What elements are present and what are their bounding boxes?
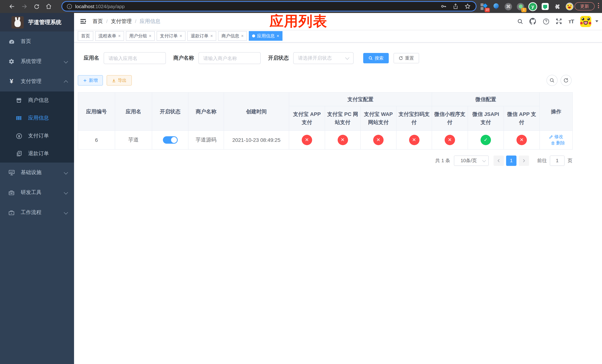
user-avatar[interactable] bbox=[580, 16, 591, 27]
breadcrumb-home[interactable]: 首页 bbox=[93, 18, 103, 25]
toolbox-icon bbox=[7, 190, 16, 195]
delete-link[interactable]: 删除 bbox=[551, 140, 565, 146]
close-icon[interactable]: × bbox=[241, 34, 244, 38]
tag-home[interactable]: 首页 bbox=[78, 31, 93, 41]
group-alipay-config: 支付宝配置 bbox=[289, 92, 432, 106]
sidebar-item-refund-orders[interactable]: 退款订单 bbox=[0, 145, 74, 162]
wx-app-status-icon[interactable]: ✕ bbox=[516, 135, 527, 145]
col-alipay-pc: 支付宝 PC 网站支付 bbox=[325, 106, 360, 130]
close-icon[interactable]: × bbox=[180, 34, 182, 38]
font-size-icon[interactable]: тT bbox=[569, 18, 574, 24]
browser-forward-button[interactable] bbox=[20, 2, 29, 11]
sidebar-item-payment[interactable]: ¥ 支付管理 bbox=[0, 72, 74, 91]
sidebar-item-label: 退款订单 bbox=[28, 150, 49, 157]
sidebar-extension-icon[interactable]: 10 bbox=[480, 2, 488, 11]
merchant-name-input[interactable] bbox=[198, 52, 261, 64]
extensions-menu-button[interactable] bbox=[553, 2, 561, 11]
documents-icon bbox=[15, 151, 23, 157]
alipay-scan-status-icon[interactable]: ✕ bbox=[409, 135, 419, 145]
app-name-input[interactable] bbox=[104, 52, 166, 64]
browser-reload-button[interactable] bbox=[32, 2, 41, 11]
chat-extension-icon[interactable] bbox=[541, 2, 549, 11]
sidebar-item-label: 系统管理 bbox=[21, 58, 42, 65]
chevron-up-icon bbox=[64, 78, 67, 85]
address-bar[interactable]: localhost:1024/pay/app bbox=[62, 1, 476, 11]
tag-merchant-info[interactable]: 商户信息× bbox=[218, 31, 247, 41]
alipay-wap-status-icon[interactable]: ✕ bbox=[373, 135, 384, 145]
sidebar-item-home[interactable]: 首页 bbox=[0, 32, 74, 52]
col-alipay-scan: 支付宝扫码支付 bbox=[396, 106, 432, 130]
recorder-extension-icon[interactable]: 1 bbox=[516, 2, 525, 11]
next-page-button[interactable] bbox=[519, 156, 529, 166]
table-grid-icon bbox=[15, 115, 23, 121]
y-logo-extension-icon[interactable]: y bbox=[529, 2, 537, 11]
status-select[interactable]: 请选择开启状态 bbox=[293, 52, 354, 64]
search-button[interactable]: 搜索 bbox=[363, 53, 389, 63]
browser-home-button[interactable] bbox=[44, 2, 53, 11]
alipay-pc-status-icon[interactable]: ✕ bbox=[337, 135, 348, 145]
sidebar-collapse-button[interactable] bbox=[78, 16, 88, 26]
chevron-right-icon bbox=[522, 159, 526, 162]
tag-payment-orders[interactable]: 支付订单× bbox=[157, 31, 185, 41]
page-size-value: 10条/页 bbox=[461, 157, 477, 164]
browser-update-button[interactable]: 更新 bbox=[575, 2, 595, 10]
site-info-icon[interactable] bbox=[67, 3, 72, 9]
close-icon[interactable]: × bbox=[210, 34, 213, 38]
cell-status bbox=[152, 130, 188, 150]
sidebar-item-label: 工作流程 bbox=[21, 209, 42, 216]
extension-badge: 10 bbox=[485, 8, 490, 12]
goto-page-input[interactable] bbox=[550, 156, 565, 166]
tag-refund-orders[interactable]: 退款订单× bbox=[187, 31, 216, 41]
search-icon[interactable] bbox=[517, 18, 523, 24]
tag-process-form[interactable]: 流程表单× bbox=[95, 31, 124, 41]
fullscreen-icon[interactable] bbox=[556, 18, 562, 24]
caret-down-icon[interactable] bbox=[595, 20, 598, 22]
payment-submenu: 商户信息 应用信息 支付订单 bbox=[0, 91, 74, 162]
prev-page-button[interactable] bbox=[494, 156, 504, 166]
sidebar-item-infrastructure[interactable]: 基础设施 bbox=[0, 162, 74, 182]
wx-jsapi-status-icon[interactable]: ✓ bbox=[481, 135, 491, 145]
extension-badge: 1 bbox=[521, 8, 527, 12]
balloon-extension-icon[interactable] bbox=[492, 2, 500, 11]
trash-icon bbox=[551, 141, 555, 145]
tag-app-info[interactable]: 应用信息× bbox=[249, 31, 282, 41]
github-icon[interactable] bbox=[530, 18, 537, 25]
breadcrumb-payment[interactable]: 支付管理 bbox=[111, 18, 132, 25]
browser-menu-button[interactable] bbox=[598, 3, 599, 8]
hide-search-button[interactable] bbox=[547, 75, 558, 86]
sidebar-item-system[interactable]: 系统管理 bbox=[0, 52, 74, 72]
sidebar-logo[interactable]: 芋道管理系统 bbox=[0, 13, 74, 32]
alipay-app-status-icon[interactable]: ✕ bbox=[302, 135, 312, 145]
close-icon[interactable]: × bbox=[149, 34, 151, 38]
refresh-table-button[interactable] bbox=[560, 75, 572, 86]
sidebar-item-app-info[interactable]: 应用信息 bbox=[0, 109, 74, 127]
bookmark-star-icon[interactable] bbox=[465, 3, 471, 9]
sidebar-item-payment-orders[interactable]: 支付订单 bbox=[0, 127, 74, 145]
sidebar-item-merchant-info[interactable]: 商户信息 bbox=[0, 91, 74, 109]
sidebar-item-workflow[interactable]: 工作流程 bbox=[0, 203, 74, 223]
edit-link[interactable]: 修改 bbox=[549, 134, 563, 140]
close-icon[interactable]: × bbox=[277, 34, 279, 38]
sidebar-item-dev-tools[interactable]: 研发工具 bbox=[0, 182, 74, 203]
reset-button[interactable]: 重置 bbox=[394, 53, 419, 63]
share-icon[interactable] bbox=[453, 3, 458, 9]
command-extension-icon[interactable]: ⌘ bbox=[504, 2, 512, 11]
export-button[interactable]: 导出 bbox=[107, 75, 132, 86]
browser-back-button[interactable] bbox=[7, 2, 17, 11]
help-icon[interactable] bbox=[543, 18, 550, 25]
profile-avatar-button[interactable] bbox=[565, 2, 573, 11]
password-key-icon[interactable] bbox=[441, 3, 447, 9]
close-icon[interactable]: × bbox=[118, 34, 121, 38]
tag-user-group[interactable]: 用户分组× bbox=[126, 31, 155, 41]
search-icon bbox=[368, 56, 373, 60]
plus-icon bbox=[83, 78, 87, 82]
app-title: 芋道管理系统 bbox=[28, 19, 62, 26]
page-1-button[interactable]: 1 bbox=[506, 156, 516, 166]
status-toggle[interactable] bbox=[163, 136, 178, 144]
update-label: 更新 bbox=[580, 3, 589, 10]
tag-label: 应用信息 bbox=[257, 33, 275, 39]
sidebar-item-label: 商户信息 bbox=[28, 97, 49, 104]
wx-mini-status-icon[interactable]: ✕ bbox=[445, 135, 455, 145]
page-size-select[interactable]: 10条/页 bbox=[454, 156, 489, 166]
add-button[interactable]: 新增 bbox=[78, 75, 103, 86]
